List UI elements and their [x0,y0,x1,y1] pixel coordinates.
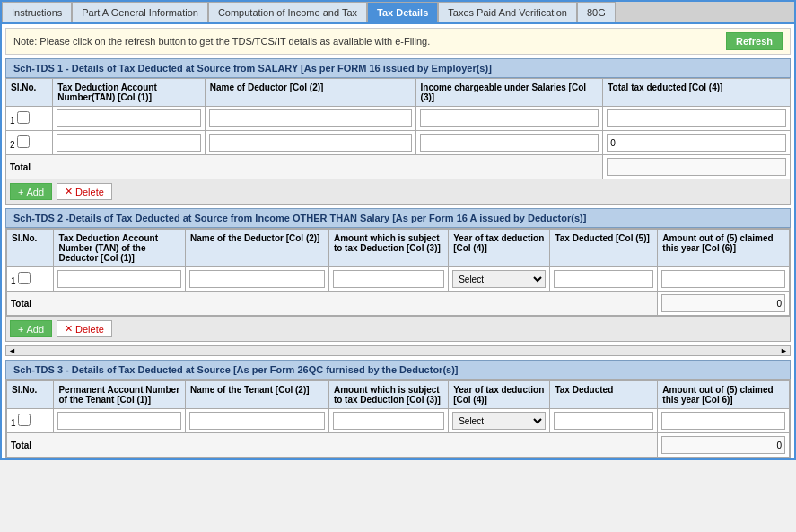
section3-header: Sch-TDS 3 - Details of Tax Deducted at S… [5,360,791,379]
tab-taxes-paid[interactable]: Taxes Paid And Verification [438,2,577,22]
s2-r1-amount[interactable] [333,270,444,288]
s3-col-tax: Tax Deducted [550,381,658,409]
tab-part-a[interactable]: Part A General Information [72,2,208,22]
s1-total-label: Total [6,155,603,179]
s2-r1-claimed[interactable] [661,270,785,288]
tab-tax-details[interactable]: Tax Details [367,2,438,22]
s1-add-button[interactable]: + Add [10,183,52,200]
s3-r1-checkbox[interactable] [18,414,31,426]
s3-r1-name[interactable] [189,412,325,430]
s2-r1-tax[interactable] [554,270,653,288]
s2-col-claimed: Amount out of (5) claimed this year [Col… [658,230,790,267]
s1-r2-sl: 2 [6,131,53,155]
section2-action-row: + Add ✕ Delete [5,317,791,342]
table-row: 1 [6,107,791,131]
s1-col-tan: Tax Deduction Account Number(TAN) [Col (… [53,79,206,107]
s2-r1-name[interactable] [189,270,325,288]
s3-r1-amount[interactable] [333,412,444,430]
s2-col-slno: Sl.No. [7,230,54,267]
s2-r1-year[interactable]: Select 2019-20 2020-21 2021-22 2022-23 2… [452,270,546,288]
s1-r1-tan[interactable] [57,109,201,127]
s2-r1-sl: 1 [7,267,54,292]
plus-icon: + [18,324,23,335]
s3-r1-pan[interactable] [57,412,181,430]
s1-r1-income[interactable] [420,109,599,127]
s3-r1-year[interactable]: Select 2019-20 2020-21 2021-22 2022-23 2… [452,412,546,430]
s1-r2-name[interactable] [209,134,412,152]
s1-col-slno: Sl.No. [6,79,53,107]
s1-r2-tan[interactable] [57,134,201,152]
table-row: 1 Select 2019-20 2020-21 2021-22 2022-23 [7,409,790,433]
s2-delete-button[interactable]: ✕ Delete [57,320,112,337]
tab-bar: Instructions Part A General Information … [2,2,794,24]
tab-instructions[interactable]: Instructions [2,2,72,22]
s2-total-value[interactable] [661,294,785,312]
section2-header: Sch-TDS 2 -Details of Tax Deducted at So… [5,208,791,228]
section1-total-row: Total [6,155,791,179]
s1-col-income: Income chargeable under Salaries [Col (3… [415,79,603,107]
s1-r1-name[interactable] [209,109,412,127]
s2-col-tax: Tax Deducted [Col (5)] [550,230,658,267]
s3-r1-sl: 1 [7,409,54,433]
section2-scroll[interactable]: Sl.No. Tax Deduction Account Number (TAN… [5,228,791,317]
section2-total-row: Total [7,292,790,316]
s3-r1-tax[interactable] [554,412,653,430]
section3-total-row: Total [7,433,790,458]
s2-col-name: Name of the Deductor [Col (2)] [186,230,329,267]
s3-col-claimed: Amount out of (5) claimed this year [Col… [658,381,790,409]
notice-text: Note: Please click on the refresh button… [13,36,430,47]
s2-col-tan: Tax Deduction Account Number (TAN) of th… [54,230,186,267]
s3-total-label: Total [7,433,658,458]
s1-r1-checkbox[interactable] [17,111,30,124]
section1-table: Sl.No. Tax Deduction Account Number(TAN)… [5,78,791,179]
s3-total-value[interactable] [661,436,785,454]
s3-col-year: Year of tax deduction [Col (4)] [449,381,550,409]
s1-col-name: Name of Deductor [Col (2)] [205,79,415,107]
s3-r1-claimed[interactable] [661,412,785,430]
table-row: 1 Select 2019-20 2020-21 2021-22 2022-23 [7,267,790,292]
s3-col-amount: Amount which is subject to tax Deduction… [328,381,448,409]
scroll-left-icon[interactable]: ◄ [8,346,16,355]
s2-add-button[interactable]: + Add [10,320,52,337]
s2-r1-checkbox[interactable] [18,272,31,284]
tab-80g[interactable]: 80G [577,2,616,22]
scroll-indicator[interactable]: ◄ ► [5,345,791,356]
section1-action-row: + Add ✕ Delete [5,179,791,205]
s3-col-name: Name of the Tenant [Col (2)] [186,381,329,409]
table-row: 2 [6,131,791,155]
section2-table: Sl.No. Tax Deduction Account Number (TAN… [6,229,790,316]
section3-scroll[interactable]: Sl.No. Permanent Account Number of the T… [5,379,791,458]
s3-col-slno: Sl.No. [7,381,54,409]
scroll-right-icon[interactable]: ► [780,346,788,355]
s3-col-pan: Permanent Account Number of the Tenant [… [54,381,186,409]
notice-bar: Note: Please click on the refresh button… [5,28,791,55]
s1-total-value[interactable] [607,158,786,176]
section3-table: Sl.No. Permanent Account Number of the T… [6,380,790,458]
s1-delete-button[interactable]: ✕ Delete [57,183,112,200]
x-icon: ✕ [65,186,73,197]
plus-icon: + [18,187,23,197]
tab-computation[interactable]: Computation of Income and Tax [208,2,367,22]
x-icon: ✕ [65,323,73,335]
s2-r1-tan[interactable] [57,270,181,288]
s2-col-year: Year of tax deduction [Col (4)] [449,230,550,267]
s1-r2-income[interactable] [420,134,599,152]
s1-r2-tax[interactable] [607,134,786,152]
s1-r1-sl: 1 [6,107,53,131]
s1-r2-checkbox[interactable] [17,135,30,148]
s1-col-tax: Total tax deducted [Col (4)] [603,79,791,107]
s2-total-label: Total [7,292,658,316]
s2-col-amount: Amount which is subject to tax Deduction… [328,230,448,267]
s1-r1-tax[interactable] [607,109,786,127]
section1-header: Sch-TDS 1 - Details of Tax Deducted at S… [5,58,791,78]
refresh-button[interactable]: Refresh [726,32,783,50]
